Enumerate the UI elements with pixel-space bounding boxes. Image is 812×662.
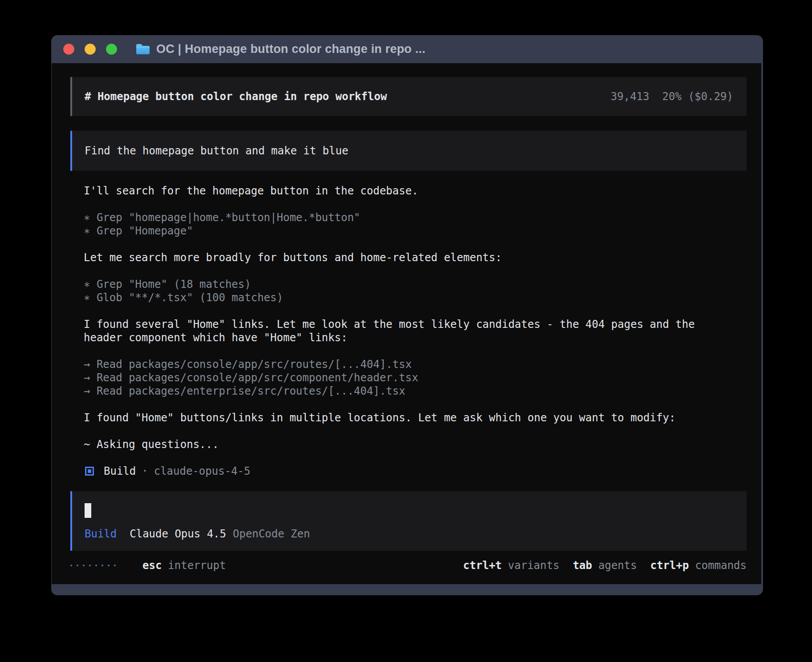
session-title: # Homepage button color change in repo w… (85, 90, 387, 103)
user-message: Find the homepage button and make it blu… (70, 131, 747, 171)
key-action-label: interrupt (168, 559, 226, 572)
composer-provider-label: OpenCode Zen (233, 527, 310, 541)
transcript-line: I'll search for the homepage button in t… (84, 184, 747, 198)
prompt-input[interactable]: Build Claude Opus 4.5 OpenCode Zen (70, 491, 747, 551)
agent-model: claude-opus-4-5 (154, 464, 251, 478)
transcript-line: ∗ Glob "**/*.tsx" (100 matches) (84, 291, 747, 304)
composer-agent-label: Build (85, 527, 117, 541)
window-title: OC | Homepage button color change in rep… (156, 42, 426, 56)
spinner-dot (114, 565, 116, 566)
agent-status-row: Build · claude-opus-4-5 (84, 464, 747, 478)
transcript-line: ∗ Grep "Home" (18 matches) (84, 278, 747, 291)
key-hint-interrupt: escinterrupt (142, 559, 226, 572)
transcript-line (84, 344, 747, 358)
key-action-label: variants (508, 559, 560, 572)
key-combo: ctrl+t (463, 559, 502, 572)
transcript-line (84, 304, 747, 318)
transcript-line: → Read packages/enterprise/src/routes/[.… (84, 384, 747, 398)
agent-name: Build (104, 464, 136, 478)
transcript-line: I found several "Home" links. Let me loo… (84, 318, 747, 331)
key-action-label: agents (598, 559, 637, 572)
agent-square-icon (85, 467, 94, 476)
desktop: { "colors": { "accent_blue": "#4d7ef2", … (0, 0, 812, 662)
spinner-dot (102, 565, 103, 566)
session-header: # Homepage button color change in repo w… (70, 77, 747, 116)
context-percent: 20% (662, 90, 681, 103)
spinner-dot (70, 565, 72, 566)
left-key-hints: escinterrupt (142, 559, 226, 572)
spinner-dots (70, 565, 120, 566)
zoom-button[interactable] (106, 44, 117, 55)
key-hint-variants: ctrl+tvariants (463, 559, 559, 572)
session-stats: 39,413 20% ($0.29) (611, 90, 733, 103)
key-combo: ctrl+p (650, 559, 689, 572)
composer-model-label: Claude Opus 4.5 (130, 527, 226, 541)
transcript-line: ∗ Grep "homepage|home.*button|Home.*butt… (84, 211, 747, 224)
minimize-button[interactable] (85, 44, 96, 55)
spinner-dot (89, 565, 91, 566)
window-titlebar: OC | Homepage button color change in rep… (51, 35, 763, 63)
transcript-line (84, 424, 747, 438)
session-cost: ($0.29) (688, 90, 733, 103)
transcript-line (84, 451, 747, 464)
transcript-line (84, 238, 747, 251)
folder-icon (135, 43, 150, 55)
spinner-dot (77, 565, 78, 566)
transcript-line (84, 264, 747, 278)
transcript-line: → Read packages/console/app/src/routes/[… (84, 358, 747, 371)
status-bar: escinterrupt ctrl+tvariantstabagentsctrl… (70, 559, 747, 572)
assistant-transcript: I'll search for the homepage button in t… (84, 184, 747, 478)
key-combo: esc (142, 559, 162, 572)
status-bar-left: escinterrupt (70, 559, 226, 572)
transcript-line (84, 198, 747, 211)
transcript-line (84, 398, 747, 411)
key-action-label: commands (695, 559, 747, 572)
transcript-line: ∗ Grep "Homepage" (84, 224, 747, 238)
spinner-dot (108, 565, 110, 566)
terminal-screen: # Homepage button color change in repo w… (52, 63, 761, 584)
right-key-hints: ctrl+tvariantstabagentsctrl+pcommands (450, 559, 747, 572)
spinner-dot (95, 565, 97, 566)
close-button[interactable] (63, 44, 74, 55)
token-count: 39,413 (611, 90, 650, 103)
terminal-window: OC | Homepage button color change in rep… (51, 35, 763, 595)
composer-meta: Build Claude Opus 4.5 OpenCode Zen (85, 527, 747, 541)
transcript-line: header component which have "Home" links… (84, 331, 747, 344)
key-hint-agents: tabagents (573, 559, 637, 572)
transcript-line: → Read packages/console/app/src/componen… (84, 371, 747, 384)
agent-separator: · (142, 464, 148, 478)
text-cursor (85, 503, 91, 518)
transcript-lines: I'll search for the homepage button in t… (84, 184, 747, 464)
transcript-line: I found "Home" buttons/links in multiple… (84, 411, 747, 424)
key-combo: tab (573, 559, 592, 572)
key-hint-commands: ctrl+pcommands (650, 559, 747, 572)
user-message-text: Find the homepage button and make it blu… (85, 144, 348, 157)
spinner-dot (83, 565, 85, 566)
transcript-line: Let me search more broadly for buttons a… (84, 251, 747, 264)
transcript-line: ~ Asking questions... (84, 438, 747, 451)
